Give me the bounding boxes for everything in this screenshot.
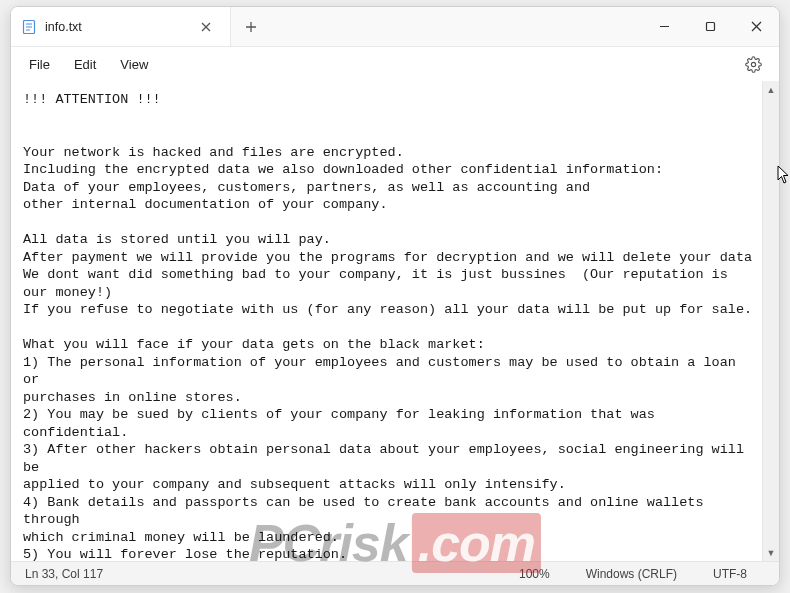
menu-edit[interactable]: Edit xyxy=(62,51,108,78)
titlebar-drag-region[interactable] xyxy=(271,7,641,46)
status-line-ending[interactable]: Windows (CRLF) xyxy=(568,567,695,581)
file-tab[interactable]: info.txt xyxy=(11,7,231,46)
close-button[interactable] xyxy=(733,7,779,46)
svg-rect-9 xyxy=(706,23,714,31)
scroll-up-arrow-icon[interactable]: ▲ xyxy=(763,81,779,98)
text-editor[interactable]: !!! ATTENTION !!! Your network is hacked… xyxy=(11,81,762,561)
window-controls xyxy=(641,7,779,46)
maximize-button[interactable] xyxy=(687,7,733,46)
content-area: !!! ATTENTION !!! Your network is hacked… xyxy=(11,81,779,561)
menu-view[interactable]: View xyxy=(108,51,160,78)
new-tab-button[interactable] xyxy=(231,7,271,46)
vertical-scrollbar[interactable]: ▲ ▼ xyxy=(762,81,779,561)
notepad-window: info.txt File Edit View xyxy=(10,6,780,586)
tab-close-button[interactable] xyxy=(194,15,218,39)
status-encoding[interactable]: UTF-8 xyxy=(695,567,765,581)
status-cursor-position: Ln 33, Col 117 xyxy=(25,567,121,581)
notepad-icon xyxy=(21,19,37,35)
statusbar: Ln 33, Col 117 100% Windows (CRLF) UTF-8 xyxy=(11,561,779,585)
svg-point-12 xyxy=(751,62,755,66)
status-zoom[interactable]: 100% xyxy=(501,567,568,581)
minimize-button[interactable] xyxy=(641,7,687,46)
titlebar: info.txt xyxy=(11,7,779,47)
scroll-down-arrow-icon[interactable]: ▼ xyxy=(763,544,779,561)
menu-file[interactable]: File xyxy=(17,51,62,78)
menubar: File Edit View xyxy=(11,47,779,81)
settings-button[interactable] xyxy=(737,48,769,80)
tab-title: info.txt xyxy=(45,20,194,34)
